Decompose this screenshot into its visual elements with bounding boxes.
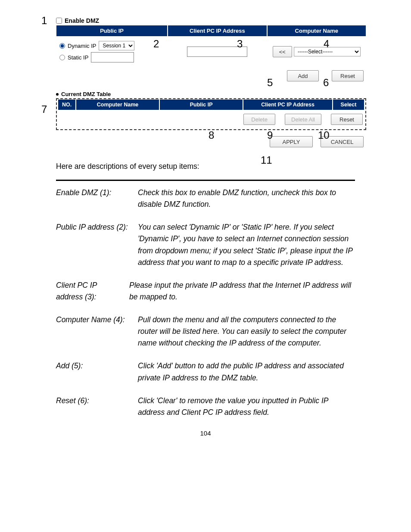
dmz-config-panel: 1 2 3 4 5 6 7 8 9 10 11 Enable DMZ Publi…	[56, 17, 366, 149]
static-ip-radio[interactable]	[59, 55, 65, 60]
desc-def: Click 'Clear' to remove the value you in…	[138, 395, 355, 418]
callout-7: 7	[41, 103, 47, 115]
bullet-icon	[56, 93, 59, 96]
header-public-ip: Public IP	[56, 25, 168, 37]
desc-term: Enable DMZ (1):	[56, 187, 138, 210]
desc-def: Check this box to enable DMZ function, u…	[138, 187, 355, 210]
desc-def: Please input the private IP address that…	[129, 280, 355, 303]
cancel-button[interactable]: CANCEL	[321, 136, 364, 147]
static-ip-label: Static IP	[68, 54, 88, 61]
descriptions: Enable DMZ (1): Check this box to enable…	[56, 180, 355, 418]
header-computer-name: Computer Name	[267, 25, 366, 37]
dmz-table: NO. Computer Name Public IP Client PC IP…	[56, 98, 366, 130]
dmz-table-title-row: Current DMZ Table	[56, 91, 366, 97]
enable-dmz-checkbox[interactable]	[56, 18, 62, 24]
delete-all-button[interactable]: Delete All	[285, 114, 321, 125]
desc-def: You can select 'Dynamic IP' or 'Static I…	[138, 221, 355, 268]
reset-table-button[interactable]: Reset	[331, 114, 363, 125]
desc-def: Pull down the menu and all the computers…	[138, 314, 355, 349]
delete-button[interactable]: Delete	[243, 114, 275, 125]
dynamic-ip-radio[interactable]	[59, 43, 65, 49]
computer-name-select[interactable]: ------Select------	[294, 47, 361, 56]
desc-term: Reset (6):	[56, 395, 138, 418]
header-client-ip: Client PC IP Address	[168, 25, 267, 37]
client-ip-input[interactable]	[187, 47, 247, 57]
desc-term: Computer Name (4):	[56, 314, 138, 349]
dmz-table-title: Current DMZ Table	[61, 91, 111, 97]
th-select: Select	[333, 99, 364, 110]
reset-button[interactable]: Reset	[332, 70, 364, 81]
desc-def: Click 'Add' button to add the public IP …	[138, 360, 355, 383]
th-public-ip: Public IP	[159, 99, 243, 110]
th-no: NO.	[58, 99, 76, 110]
intro-text: Here are descriptions of every setup ite…	[56, 162, 385, 171]
apply-button[interactable]: APPLY	[270, 136, 313, 147]
page-number: 104	[26, 429, 385, 437]
callout-1: 1	[41, 15, 47, 27]
dynamic-ip-label: Dynamic IP	[68, 43, 96, 49]
desc-term: Public IP address (2):	[56, 221, 138, 268]
static-ip-input[interactable]	[91, 52, 134, 62]
th-client-ip: Client PC IP Address	[243, 99, 333, 110]
copy-name-button[interactable]: <<	[273, 46, 292, 57]
th-computer-name: Computer Name	[76, 99, 159, 110]
session-select[interactable]: Session 1	[99, 41, 134, 50]
desc-term: Client PC IP address (3):	[56, 280, 129, 303]
enable-dmz-label: Enable DMZ	[65, 17, 99, 24]
add-button[interactable]: Add	[287, 70, 319, 81]
desc-term: Add (5):	[56, 360, 138, 383]
